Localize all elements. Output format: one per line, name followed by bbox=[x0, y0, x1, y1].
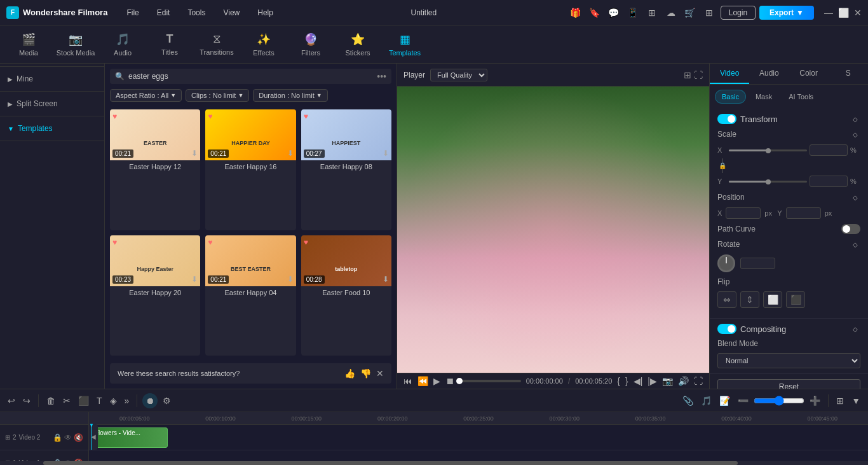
tab-color[interactable]: Color bbox=[789, 64, 829, 84]
rotate-input[interactable]: 0.00° bbox=[740, 258, 775, 269]
flip-horizontal-button[interactable]: ⇔ bbox=[717, 291, 736, 308]
tl-effects-button[interactable]: ◈ bbox=[107, 394, 119, 407]
tl-subtitle-button[interactable]: 📝 bbox=[717, 394, 733, 407]
stop-button[interactable]: ⏹ bbox=[445, 376, 454, 386]
tl-crop-button[interactable]: ⬛ bbox=[76, 394, 92, 407]
download-icon-3[interactable]: ⬇ bbox=[383, 149, 389, 158]
tl-record-button[interactable]: ⏺ bbox=[142, 393, 158, 408]
video2-lock-icon[interactable]: 🔒 bbox=[53, 433, 62, 442]
volume-button[interactable]: 🔊 bbox=[678, 376, 689, 386]
reset-button[interactable]: Reset bbox=[717, 379, 860, 389]
filter-aspect-ratio[interactable]: Aspect Ratio : All ▼ bbox=[110, 89, 182, 102]
scale-keyframe-button[interactable]: ◇ bbox=[850, 129, 860, 139]
rotate-wheel[interactable] bbox=[717, 254, 735, 272]
subtab-ai-tools[interactable]: AI Tools bbox=[782, 90, 820, 104]
pos-y-input[interactable]: 0.00 bbox=[786, 207, 821, 219]
tool-titles[interactable]: T Titles bbox=[147, 27, 192, 62]
template-card-5[interactable]: ♥ BEST EASTER 00:21 ⬇ Easter Happy 04 bbox=[205, 235, 295, 356]
compositing-keyframe-button[interactable]: ◇ bbox=[850, 324, 860, 334]
left-section-split-screen[interactable]: ▶ Split Screen bbox=[0, 94, 104, 113]
prev-frame-button[interactable]: ◀| bbox=[634, 376, 643, 386]
tool-media[interactable]: 🎬 Media bbox=[6, 27, 51, 62]
subtab-mask[interactable]: Mask bbox=[749, 90, 779, 104]
scale-x-input[interactable]: 100.00 bbox=[810, 144, 848, 156]
login-button[interactable]: Login bbox=[721, 6, 756, 20]
tab-video[interactable]: Video bbox=[710, 64, 749, 84]
scale-y-track[interactable] bbox=[729, 181, 807, 183]
tl-redo-button[interactable]: ↪ bbox=[20, 394, 33, 407]
search-input[interactable] bbox=[128, 72, 373, 81]
pos-x-input[interactable]: 0.00 bbox=[726, 207, 761, 219]
transform-keyframe-button[interactable]: ◇ bbox=[850, 114, 860, 124]
subtab-basic[interactable]: Basic bbox=[715, 90, 746, 104]
tab-s[interactable]: S bbox=[829, 64, 868, 84]
bookmark-icon[interactable]: 🔖 bbox=[587, 5, 602, 20]
menu-file[interactable]: File bbox=[120, 6, 145, 20]
rotate-keyframe-button[interactable]: ◇ bbox=[850, 239, 860, 249]
tl-plus-button[interactable]: ➕ bbox=[807, 394, 823, 407]
template-card-4[interactable]: ♥ Happy Easter 00:23 ⬇ Easter Happy 20 bbox=[110, 235, 200, 356]
minimize-button[interactable]: — bbox=[824, 8, 833, 18]
close-button[interactable]: ✕ bbox=[854, 8, 862, 18]
layout-icon[interactable]: ⊞ bbox=[644, 5, 660, 20]
frame-back-button[interactable]: ⏪ bbox=[417, 376, 428, 386]
scale-link-icon[interactable]: 🔒 bbox=[719, 162, 726, 169]
tool-templates[interactable]: ▦ Templates bbox=[383, 27, 427, 62]
out-point-button[interactable]: } bbox=[625, 376, 628, 386]
skip-back-button[interactable]: ⏮ bbox=[403, 376, 412, 386]
menu-help[interactable]: Help bbox=[251, 6, 280, 20]
cloud-icon[interactable]: ☁ bbox=[663, 5, 679, 20]
tl-delete-button[interactable]: 🗑 bbox=[44, 394, 58, 407]
tl-zoom-slider[interactable] bbox=[754, 396, 804, 406]
menu-tools[interactable]: Tools bbox=[181, 6, 212, 20]
menu-view[interactable]: View bbox=[217, 6, 246, 20]
flip-vertical-button[interactable]: ⇕ bbox=[740, 291, 759, 308]
template-card-2[interactable]: ♥ HAPPIER DAY 00:21 ⬇ Easter Happy 16 bbox=[205, 109, 295, 230]
download-icon-2[interactable]: ⬇ bbox=[287, 149, 294, 158]
path-curve-toggle[interactable] bbox=[841, 224, 860, 234]
store-icon[interactable]: 🛒 bbox=[682, 5, 698, 20]
flip-option4-button[interactable]: ⬛ bbox=[786, 291, 805, 308]
device-icon[interactable]: 📱 bbox=[625, 5, 641, 20]
satisfaction-close-button[interactable]: ✕ bbox=[376, 368, 384, 378]
tool-stock-media[interactable]: 📷 Stock Media bbox=[53, 27, 98, 62]
tl-undo-button[interactable]: ↩ bbox=[5, 394, 18, 407]
fullscreen-btn[interactable]: ⛶ bbox=[694, 376, 703, 386]
tl-text-button[interactable]: T bbox=[94, 394, 105, 407]
position-keyframe-button[interactable]: ◇ bbox=[850, 192, 860, 202]
tool-filters[interactable]: 🔮 Filters bbox=[288, 27, 333, 62]
download-icon-5[interactable]: ⬇ bbox=[287, 275, 294, 284]
tool-effects[interactable]: ✨ Effects bbox=[241, 27, 286, 62]
next-frame-button[interactable]: |▶ bbox=[648, 376, 657, 386]
template-card-3[interactable]: ♥ HAPPIEST 00:27 ⬇ Easter Happy 08 bbox=[301, 109, 391, 230]
compositing-toggle[interactable] bbox=[717, 324, 736, 334]
tl-more-button[interactable]: » bbox=[122, 394, 132, 407]
grid-icon[interactable]: ⊞ bbox=[702, 5, 717, 20]
export-button[interactable]: Export ▼ bbox=[759, 6, 814, 20]
tool-transitions[interactable]: ⧖ Transitions bbox=[194, 27, 239, 62]
tl-settings-button[interactable]: ⚙ bbox=[160, 394, 173, 407]
transform-toggle[interactable] bbox=[717, 114, 736, 124]
tab-audio[interactable]: Audio bbox=[749, 64, 789, 84]
timeline-scrollbar-thumb[interactable] bbox=[43, 461, 738, 465]
template-card-1[interactable]: ♥ EASTER 00:21 ⬇ Easter Happy 12 bbox=[110, 109, 200, 230]
tl-clip-button[interactable]: 📎 bbox=[680, 394, 696, 407]
progress-bar[interactable] bbox=[459, 380, 521, 382]
filter-duration[interactable]: Duration : No limit ▼ bbox=[253, 89, 327, 102]
tool-audio[interactable]: 🎵 Audio bbox=[100, 27, 145, 62]
download-icon-6[interactable]: ⬇ bbox=[383, 275, 389, 284]
snapshot-button[interactable]: 📷 bbox=[662, 376, 673, 386]
tl-chevron-button[interactable]: ▼ bbox=[849, 394, 863, 407]
video2-eye-icon[interactable]: 👁 bbox=[64, 433, 72, 442]
scale-x-track[interactable] bbox=[729, 149, 807, 151]
left-section-templates[interactable]: ▼ Templates bbox=[0, 119, 104, 138]
thumbs-up-button[interactable]: 👍 bbox=[344, 368, 355, 378]
tl-cut-button[interactable]: ✂ bbox=[60, 394, 73, 407]
maximize-button[interactable]: ⬜ bbox=[838, 8, 849, 18]
menu-edit[interactable]: Edit bbox=[151, 6, 177, 20]
tool-stickers[interactable]: ⭐ Stickers bbox=[336, 27, 380, 62]
in-point-button[interactable]: { bbox=[617, 376, 620, 386]
fullscreen-icon[interactable]: ⛶ bbox=[694, 70, 703, 80]
search-more-icon[interactable]: ••• bbox=[377, 71, 386, 81]
quality-select[interactable]: Full Quality 1/2 Quality 1/4 Quality bbox=[430, 69, 487, 81]
